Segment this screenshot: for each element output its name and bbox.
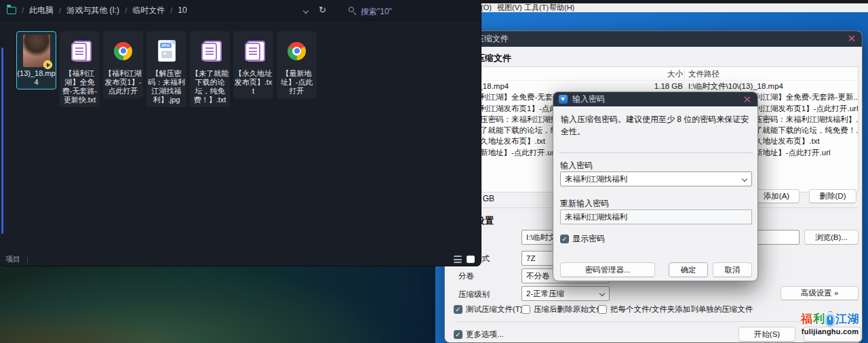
add-button[interactable]: 添加(A) xyxy=(753,189,800,203)
checkbox-checked-icon: ✓ xyxy=(454,305,462,314)
delete-button[interactable]: 删除(D) xyxy=(809,189,856,203)
chevron-down-icon xyxy=(742,176,747,182)
reenter-password-label: 重新输入密码 xyxy=(560,198,609,209)
mouse-icon xyxy=(826,315,834,326)
password-hint-text: 输入压缩包密码。建议使用至少 8 位的密码来保证安全性。 xyxy=(561,113,752,138)
checkbox-separate-archives[interactable]: 把每个文件/文件夹添加到单独的压缩文件 xyxy=(598,304,753,315)
play-icon xyxy=(43,60,52,69)
explorer-address-bar: / 此电脑 / 游戏与其他 (I:) / 临时文件 / 10 ↻ 搜索"10" xyxy=(0,0,481,21)
menu-help[interactable]: 帮助(H) xyxy=(549,3,574,12)
password-dialog-titlebar[interactable]: 输入密码 ✕ xyxy=(553,92,757,106)
password-input[interactable]: 来福利江湖找福利 xyxy=(560,172,752,186)
checkbox-more-options[interactable]: ✓ 更多选项... xyxy=(454,329,504,340)
checkbox-checked-icon: ✓ xyxy=(560,235,569,243)
bandizip-app-icon xyxy=(559,95,568,104)
file-label: 【永久地址发布页】.txt xyxy=(234,69,273,96)
cancel-button[interactable]: 取消 xyxy=(713,262,752,277)
file-label: 【福利江湖发布页1】-点此打开 xyxy=(104,69,142,96)
file-tile-txt[interactable]: 【福利江湖】全免费-无套路-更新快.txt xyxy=(60,31,100,107)
table-row[interactable]: (13)_18.mp4 1.18 GB I:\临时文件\10\(13)_18.m… xyxy=(459,81,858,92)
checkbox-checked-icon: ✓ xyxy=(454,330,462,339)
explorer-statusbar: 项目 xyxy=(0,253,481,266)
divider xyxy=(559,153,753,153)
scroll-accent-bar[interactable] xyxy=(1,47,3,234)
text-file-icon xyxy=(201,41,219,61)
file-tile-txt[interactable]: 【来了就能下载的论坛，纯免费！】.txt xyxy=(190,31,230,107)
desktop-wallpaper xyxy=(0,258,435,343)
video-thumbnail xyxy=(23,35,50,67)
menu-view[interactable]: 视图(V) xyxy=(497,3,522,12)
site-watermark: 福 利 江 湖 fulijianghu.com xyxy=(797,311,863,336)
image-placeholder-icon xyxy=(161,51,172,58)
search-input[interactable]: 搜索"10" xyxy=(361,6,392,18)
thumbnail-view-icon[interactable] xyxy=(467,256,475,263)
checkbox-test-archive[interactable]: ✓ 测试压缩文件(T) xyxy=(454,304,523,315)
file-tile-txt[interactable]: 【永久地址发布页】.txt xyxy=(233,31,273,98)
watermark-char: 江 xyxy=(835,311,847,327)
file-tile-video[interactable]: (13)_18.mp4 xyxy=(16,31,56,89)
folder-icon xyxy=(7,7,16,14)
close-icon[interactable]: ✕ xyxy=(743,94,751,105)
volume-label: 分卷 xyxy=(458,271,474,281)
level-label: 压缩级别 xyxy=(458,289,490,300)
password-manager-button[interactable]: 密码管理器... xyxy=(560,262,655,277)
file-tile-url[interactable]: 【福利江湖发布页1】-点此打开 xyxy=(103,31,143,98)
checkbox-unchecked-icon xyxy=(521,305,530,314)
breadcrumb-current-folder[interactable]: 10 xyxy=(178,5,186,15)
chrome-icon xyxy=(288,42,306,60)
ok-button[interactable]: 确定 xyxy=(669,262,708,277)
divider xyxy=(27,256,28,263)
enter-password-dialog: 输入密码 ✕ 输入压缩包密码。建议使用至少 8 位的密码来保证安全性。 输入密码… xyxy=(553,92,758,281)
search-icon[interactable] xyxy=(349,7,354,12)
start-button[interactable]: 开始(S) xyxy=(738,327,795,342)
divider xyxy=(454,321,854,322)
text-file-icon xyxy=(71,41,89,61)
file-grid: (13)_18.mp4 【福利江湖】全免费-无套路-更新快.txt 【福利江湖发… xyxy=(16,31,317,107)
menu-tools[interactable]: 工具(T) xyxy=(524,3,549,12)
items-count-label: 项目 xyxy=(5,254,20,264)
chevron-down-icon xyxy=(599,291,605,296)
file-label: (13)_18.mp4 xyxy=(17,69,56,87)
checkbox-show-password[interactable]: ✓ 显示密码 xyxy=(560,233,605,245)
file-label: 【解压密码：来福利江湖找福利】.jpg xyxy=(147,69,186,104)
watermark-char: 利 xyxy=(813,311,825,327)
jpg-file-icon: JPG xyxy=(159,41,175,61)
file-list-header: 大小 文件路径 xyxy=(459,67,858,81)
advanced-settings-button[interactable]: 高级设置 » xyxy=(781,286,859,300)
file-label: 【来了就能下载的论坛，纯免费！】.txt xyxy=(191,69,229,104)
file-explorer-window: / 此电脑 / 游戏与其他 (I:) / 临时文件 / 10 ↻ 搜索"10" … xyxy=(0,0,481,266)
bandizip-menubar: 选项(O) 视图(V) 工具(T) 帮助(H) xyxy=(434,3,868,12)
file-label: 【福利江湖】全免费-无套路-更新快.txt xyxy=(60,69,99,104)
enter-password-label: 输入密码 xyxy=(560,160,593,172)
refresh-icon[interactable]: ↻ xyxy=(319,5,326,15)
breadcrumb-this-pc[interactable]: 此电脑 xyxy=(29,5,54,16)
password-dialog-title: 输入密码 xyxy=(572,94,605,105)
chrome-icon xyxy=(114,42,132,60)
checkbox-delete-originals[interactable]: 压缩后删除原始文件 xyxy=(521,304,604,315)
archive-dialog-titlebar[interactable]: 添加到压缩文件 ✕ xyxy=(445,31,862,47)
text-file-icon xyxy=(245,41,262,61)
column-divider xyxy=(684,68,685,79)
watermark-domain: fulijianghu.com xyxy=(797,327,863,336)
chevron-down-icon[interactable] xyxy=(303,8,309,14)
file-tile-jpg[interactable]: JPG 【解压密码：来福利江湖找福利】.jpg xyxy=(146,31,186,107)
breadcrumb-drive[interactable]: 游戏与其他 (I:) xyxy=(66,5,119,16)
close-icon[interactable]: ✕ xyxy=(847,33,856,44)
column-size[interactable]: 大小 xyxy=(630,67,683,81)
file-label: 【最新地址】-点此打开 xyxy=(277,69,316,96)
browse-button[interactable]: 浏览(B)... xyxy=(804,230,859,245)
reenter-password-input[interactable]: 来福利江湖找福利 xyxy=(560,209,752,224)
watermark-char: 湖 xyxy=(848,311,859,327)
level-select[interactable]: 2-正常压缩 xyxy=(521,286,610,301)
list-view-icon[interactable] xyxy=(454,256,462,263)
file-tile-url[interactable]: 【最新地址】-点此打开 xyxy=(277,31,317,98)
breadcrumb-temp-folder[interactable]: 临时文件 xyxy=(132,5,165,16)
checkbox-unchecked-icon xyxy=(598,305,607,314)
column-path[interactable]: 文件路径 xyxy=(688,67,719,81)
watermark-char: 福 xyxy=(801,311,812,327)
